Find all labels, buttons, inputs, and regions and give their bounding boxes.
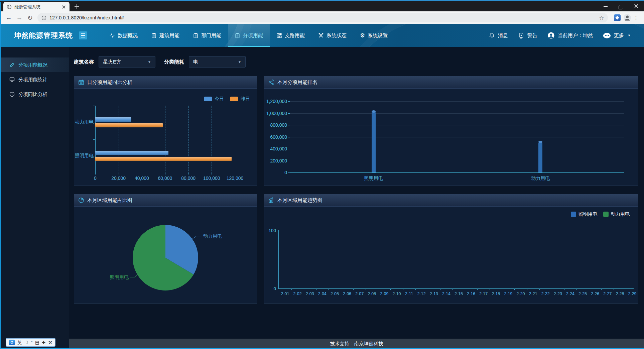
axis-tick bbox=[552, 288, 552, 290]
axis-tick bbox=[288, 101, 290, 102]
x-tick-label: 40,000 bbox=[135, 176, 149, 181]
bar-今日 bbox=[95, 117, 131, 122]
panel-header: 本月区域用能占比图 bbox=[74, 194, 257, 207]
x-tick-label: 2-10 bbox=[392, 292, 401, 296]
calendar-icon bbox=[78, 79, 84, 85]
axis-tick bbox=[366, 288, 366, 290]
x-tick-label: 2-29 bbox=[628, 292, 636, 296]
chart-legend[interactable]: 照明用电 动力用电 bbox=[571, 211, 630, 217]
reload-button[interactable]: ↻ bbox=[25, 14, 35, 22]
x-tick-label: 0 bbox=[94, 176, 97, 181]
grid-line bbox=[95, 106, 96, 173]
ime-language-toggle[interactable]: 英 bbox=[17, 340, 22, 345]
bar-今日 bbox=[95, 151, 168, 155]
axis-tick bbox=[353, 288, 354, 290]
window-minimize-button[interactable] bbox=[598, 1, 613, 11]
bar-cap bbox=[372, 110, 376, 113]
y-tick-label: 400,000 bbox=[270, 146, 287, 151]
nav-item-department-energy[interactable]: 部门用能 bbox=[186, 24, 228, 47]
sidebar-item-yoy-analysis[interactable]: 分项同比分析 bbox=[0, 87, 69, 102]
nav-item-branch-energy[interactable]: 支路用能 bbox=[270, 24, 311, 47]
ime-toolbar[interactable]: Q 英 ☽ ” ▤ ✚ ⚒ bbox=[6, 338, 55, 347]
bookmark-star-icon[interactable]: ☆ bbox=[599, 15, 604, 21]
axis-tick bbox=[614, 288, 614, 290]
brand: 坤然能源管理系统 bbox=[14, 24, 87, 47]
building-select[interactable]: 星火E方 ▼ bbox=[99, 56, 155, 68]
ime-symbols-icon[interactable]: ✚ bbox=[42, 340, 45, 345]
axis-tick bbox=[378, 288, 378, 290]
globe-icon bbox=[7, 4, 12, 9]
messages-button[interactable]: 消息 bbox=[489, 32, 508, 39]
ime-punctuation-icon[interactable]: ” bbox=[31, 340, 32, 345]
sidebar: 分项用能概况 分项用能统计 分项同比分析 bbox=[0, 47, 69, 349]
ime-halfwidth-icon[interactable]: ☽ bbox=[24, 340, 28, 345]
pie-label-line bbox=[192, 236, 202, 239]
legend-swatch bbox=[230, 97, 238, 101]
browser-tab[interactable]: 能源管理系统 bbox=[3, 2, 70, 12]
grid-line bbox=[290, 137, 624, 137]
branch-grid-icon bbox=[276, 33, 282, 38]
building-name-label: 建筑名称 bbox=[74, 59, 94, 65]
sidebar-item-overview[interactable]: 分项用能概况 bbox=[0, 57, 69, 72]
axis-tick bbox=[304, 288, 304, 290]
axis-tick bbox=[539, 288, 540, 290]
axis-tick bbox=[440, 288, 440, 290]
extension-icon[interactable] bbox=[614, 14, 621, 21]
ime-keyboard-icon[interactable]: ▤ bbox=[35, 340, 39, 345]
energy-type-select[interactable]: 电 ▼ bbox=[189, 56, 246, 68]
nav-item-subitem-energy[interactable]: 分项用能 bbox=[228, 24, 270, 47]
nav-item-system-status[interactable]: 系统状态 bbox=[311, 24, 353, 47]
bar bbox=[372, 111, 376, 172]
nav-right: 消息 警告 当前用户：坤然 更多 ▼ bbox=[489, 24, 644, 47]
alerts-button[interactable]: 警告 bbox=[518, 32, 537, 39]
axis-tick bbox=[288, 149, 290, 149]
browser-toolbar: ← → ↻ 127.0.0.1:8020/krznnh/index.html# … bbox=[0, 11, 644, 24]
back-button[interactable]: ← bbox=[3, 14, 14, 21]
user-icon bbox=[547, 32, 555, 39]
ime-logo-icon[interactable]: Q bbox=[9, 340, 15, 345]
y-tick-label: 200,000 bbox=[270, 158, 287, 163]
address-bar[interactable]: 127.0.0.1:8020/krznnh/index.html# ☆ bbox=[37, 13, 608, 22]
x-tick-label: 100,000 bbox=[203, 176, 220, 181]
chart-legend[interactable]: 今日 昨日 bbox=[204, 96, 250, 102]
bar bbox=[538, 142, 542, 172]
rank-chart-plot: 0200,000400,000600,000800,0001,000,0001,… bbox=[290, 101, 624, 173]
legend-swatch bbox=[603, 212, 609, 217]
x-tick-label: 2-06 bbox=[343, 292, 351, 296]
panel-title: 本月区域用能趋势图 bbox=[277, 197, 323, 204]
bell-icon bbox=[489, 32, 495, 39]
window-close-button[interactable] bbox=[629, 1, 644, 11]
page-info-icon[interactable] bbox=[41, 15, 46, 20]
axis-tick bbox=[403, 288, 403, 290]
x-tick-label: 2-22 bbox=[541, 292, 550, 296]
share-nodes-icon bbox=[268, 79, 274, 85]
nav-item-building-energy[interactable]: 建筑用能 bbox=[144, 24, 186, 47]
axis-tick bbox=[514, 288, 515, 290]
ime-settings-icon[interactable]: ⚒ bbox=[48, 340, 52, 345]
sidebar-toggle-icon[interactable] bbox=[79, 31, 87, 39]
forward-button[interactable]: → bbox=[14, 14, 25, 21]
sidebar-item-statistics[interactable]: 分项用能统计 bbox=[0, 72, 69, 87]
tab-close-icon[interactable] bbox=[61, 4, 67, 10]
more-menu-button[interactable]: 更多 ▼ bbox=[603, 32, 631, 39]
category-label: 动力用电 bbox=[531, 176, 550, 182]
y-tick-label: 1,000,000 bbox=[266, 111, 287, 116]
profile-avatar-icon[interactable] bbox=[623, 14, 631, 22]
window-edge-bottom bbox=[0, 348, 644, 349]
browser-window: 能源管理系统 ← → ↻ 127.0.0.1:8020/krznnh/index… bbox=[0, 0, 644, 349]
filter-row: 建筑名称 星火E方 ▼ 分类能耗 电 ▼ bbox=[74, 56, 638, 68]
window-restore-button[interactable] bbox=[613, 1, 629, 11]
axis-tick bbox=[142, 173, 142, 174]
browser-menu-icon[interactable]: ⋮ bbox=[633, 15, 639, 21]
nav-item-data-overview[interactable]: 数据概况 bbox=[103, 24, 144, 47]
energy-type-label: 分类能耗 bbox=[164, 59, 184, 65]
current-user[interactable]: 当前用户：坤然 bbox=[547, 32, 593, 39]
nav-item-system-settings[interactable]: ⚙ 系统设置 bbox=[353, 24, 394, 47]
axis-tick bbox=[288, 161, 290, 161]
url-text[interactable]: 127.0.0.1:8020/krznnh/index.html# bbox=[49, 15, 124, 20]
axis-tick bbox=[316, 288, 316, 290]
legend-swatch bbox=[571, 212, 576, 217]
new-tab-button[interactable] bbox=[74, 4, 80, 9]
legend-swatch bbox=[204, 97, 212, 101]
legend-label: 今日 bbox=[215, 96, 224, 102]
